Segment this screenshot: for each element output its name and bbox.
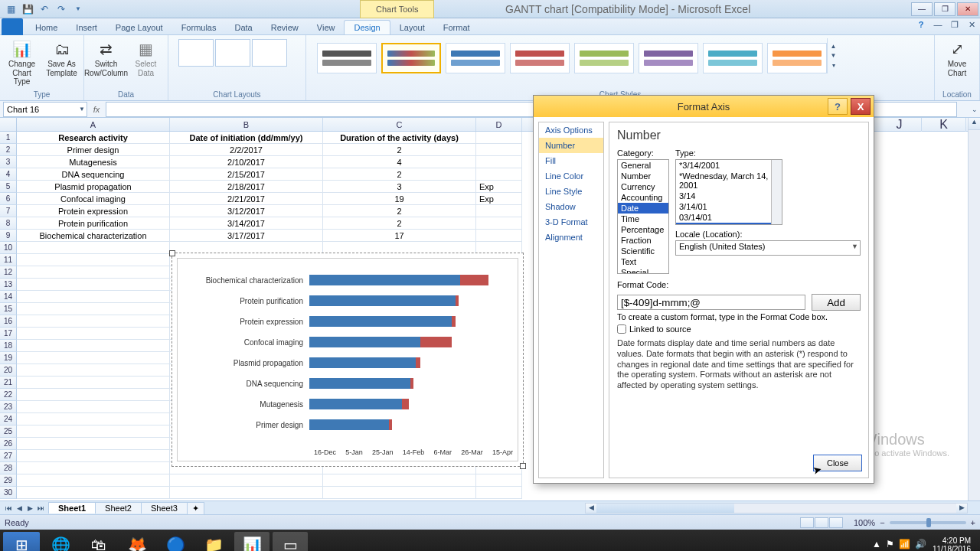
type-option[interactable]: 3/14: [676, 191, 782, 201]
chart-style-6[interactable]: [639, 43, 698, 73]
row-header[interactable]: 21: [0, 377, 17, 389]
linked-to-source-checkbox[interactable]: Linked to source: [617, 324, 861, 334]
category-option[interactable]: Fraction: [618, 235, 668, 246]
start-button[interactable]: ⊞: [3, 532, 40, 551]
type-option[interactable]: 03/14/01: [676, 212, 782, 223]
gantt-row[interactable]: Mutagenesis: [178, 395, 518, 413]
chart-styles-gallery[interactable]: [311, 38, 827, 73]
category-option[interactable]: Percentage: [618, 224, 668, 235]
cell[interactable]: [476, 168, 522, 181]
locale-combobox[interactable]: English (United States)▼: [675, 240, 861, 256]
cell[interactable]: 2/10/2017: [170, 156, 323, 168]
sheet-nav-arrows[interactable]: ⏮◀▶⏭: [0, 504, 49, 512]
row-header[interactable]: 4: [0, 168, 17, 181]
cell[interactable]: [476, 132, 522, 144]
row-header[interactable]: 26: [0, 438, 17, 450]
select-all-button[interactable]: [0, 118, 17, 131]
row-header[interactable]: 8: [0, 217, 17, 230]
file-tab[interactable]: [2, 18, 23, 35]
cell[interactable]: 3/12/2017: [170, 205, 323, 217]
cell[interactable]: Plasmid propagation: [17, 181, 170, 193]
cell[interactable]: Protein expression: [17, 205, 170, 217]
vertical-scrollbar[interactable]: ▲: [968, 118, 980, 500]
row-header[interactable]: 15: [0, 303, 17, 315]
scroll-up-icon[interactable]: ▲: [969, 118, 980, 130]
gantt-row[interactable]: Primer design: [178, 416, 518, 434]
cell[interactable]: [17, 450, 170, 462]
cell[interactable]: [476, 205, 522, 217]
cell[interactable]: [17, 401, 170, 413]
add-button[interactable]: Add: [812, 294, 861, 311]
type-option[interactable]: *Wednesday, March 14, 2001: [676, 171, 782, 191]
cell[interactable]: 2: [323, 217, 476, 230]
formula-bar-expand[interactable]: ⌄: [969, 106, 980, 113]
name-box[interactable]: Chart 16▼: [3, 102, 87, 117]
help-icon[interactable]: ?: [916, 20, 926, 30]
gantt-row[interactable]: Plasmid propagation: [178, 354, 518, 372]
cell[interactable]: [17, 377, 170, 389]
cell[interactable]: [476, 230, 522, 242]
redo-icon[interactable]: ↷: [55, 3, 67, 15]
qat-dropdown-icon[interactable]: ▼: [72, 3, 84, 15]
category-option[interactable]: Special: [618, 267, 668, 274]
cell[interactable]: 3/17/2017: [170, 230, 323, 242]
gantt-row[interactable]: Protein expression: [178, 312, 518, 331]
zoom-out-button[interactable]: −: [880, 518, 884, 527]
cell[interactable]: Protein purification: [17, 217, 170, 230]
nav-3d-format[interactable]: 3-D Format: [539, 214, 603, 230]
sheet-tab-2[interactable]: Sheet2: [95, 502, 142, 514]
close-button[interactable]: ✕: [957, 2, 978, 16]
type-scrollbar[interactable]: [771, 160, 782, 224]
embedded-chart[interactable]: 16-Dec5-Jan25-Jan14-Feb6-Mar26-Mar15-Apr…: [172, 253, 524, 467]
cell[interactable]: 3/14/2017: [170, 217, 323, 230]
row-header[interactable]: 17: [0, 328, 17, 340]
row-header[interactable]: 9: [0, 230, 17, 242]
cell[interactable]: [17, 303, 170, 315]
row-header[interactable]: 27: [0, 450, 17, 462]
change-chart-type-button[interactable]: 📊Change Chart Type: [4, 38, 41, 86]
col-header-d[interactable]: D: [476, 118, 522, 131]
tray-date[interactable]: 11/18/2016: [933, 545, 971, 551]
row-header[interactable]: 10: [0, 242, 17, 254]
taskbar-explorer[interactable]: 📁: [196, 532, 231, 551]
cell[interactable]: Confocal imaging: [17, 193, 170, 205]
cell[interactable]: 2: [323, 144, 476, 156]
tab-review[interactable]: Review: [262, 21, 308, 34]
dialog-help-button[interactable]: ?: [828, 98, 848, 115]
save-as-template-button[interactable]: 🗂Save As Template: [44, 38, 80, 86]
row-header[interactable]: 28: [0, 462, 17, 474]
zoom-slider[interactable]: [890, 521, 966, 524]
cell[interactable]: [17, 352, 170, 364]
cell[interactable]: Primer design: [17, 144, 170, 156]
chart-layout-2[interactable]: [215, 39, 250, 67]
chart-x-axis[interactable]: 16-Dec5-Jan25-Jan14-Feb6-Mar26-Mar15-Apr: [314, 448, 513, 456]
dialog-titlebar[interactable]: Format Axis ? X: [534, 96, 874, 117]
taskbar-excel[interactable]: 📊: [234, 532, 270, 551]
move-chart-button[interactable]: ⤢Move Chart: [939, 38, 975, 77]
category-option[interactable]: Date: [618, 203, 668, 214]
col-header-j[interactable]: J: [877, 118, 922, 132]
type-option[interactable]: 14-Mar: [676, 223, 782, 225]
cell[interactable]: [17, 254, 170, 266]
cell[interactable]: 2/2/2017: [170, 144, 323, 156]
far-column-headers[interactable]: J K: [877, 118, 966, 132]
tray-volume-icon[interactable]: 🔊: [915, 540, 926, 549]
row-header[interactable]: 16: [0, 315, 17, 328]
cell[interactable]: Duration of the activity (days): [323, 132, 476, 144]
row-header[interactable]: 25: [0, 425, 17, 438]
cell[interactable]: 2/18/2017: [170, 181, 323, 193]
row-header[interactable]: 19: [0, 352, 17, 364]
cell[interactable]: [17, 438, 170, 450]
tab-view[interactable]: View: [308, 21, 345, 34]
row-header[interactable]: 13: [0, 279, 17, 291]
cell[interactable]: [323, 487, 476, 499]
row-header[interactable]: 11: [0, 254, 17, 266]
row-header[interactable]: 22: [0, 389, 17, 401]
row-header[interactable]: 1: [0, 132, 17, 144]
nav-alignment[interactable]: Alignment: [539, 230, 603, 245]
cell[interactable]: [476, 474, 522, 487]
nav-line-style[interactable]: Line Style: [539, 184, 603, 199]
tray-up-icon[interactable]: ▲: [872, 540, 881, 549]
row-header[interactable]: 3: [0, 156, 17, 168]
chart-style-2-selected[interactable]: [381, 43, 441, 73]
